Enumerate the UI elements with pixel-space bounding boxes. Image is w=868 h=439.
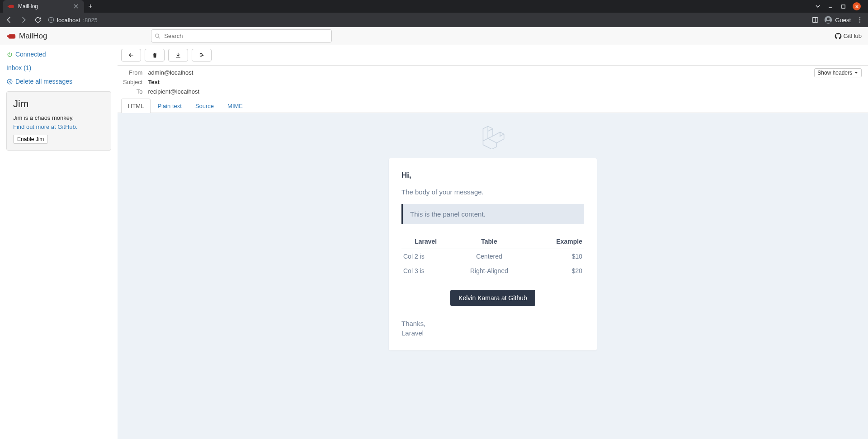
svg-rect-0 — [841, 5, 844, 8]
url-host: localhost — [57, 17, 80, 24]
search-icon — [155, 33, 160, 39]
inbox-link[interactable]: Inbox (1) — [6, 64, 31, 71]
brand-text: MailHog — [19, 32, 47, 41]
hog-icon — [6, 33, 16, 40]
tab-title: MailHog — [18, 3, 69, 9]
minimize-icon[interactable] — [827, 3, 834, 9]
back-icon[interactable] — [5, 15, 14, 24]
power-icon — [6, 52, 13, 58]
reload-icon[interactable] — [33, 15, 42, 24]
jim-title: Jim — [13, 98, 104, 110]
app-header: MailHog GitHub — [0, 27, 868, 45]
svg-point-8 — [156, 34, 159, 38]
subject-value: Test — [148, 78, 199, 86]
enable-jim-button[interactable]: Enable Jim — [13, 135, 48, 144]
github-label: GitHub — [844, 33, 862, 39]
email-panel: This is the panel content. — [401, 204, 584, 224]
back-button[interactable] — [121, 49, 141, 61]
jim-github-link[interactable]: Find out more at GitHub. — [13, 123, 77, 130]
new-tab-button[interactable]: + — [84, 0, 97, 13]
chevron-down-icon — [854, 71, 859, 75]
svg-point-6 — [859, 19, 860, 20]
github-link[interactable]: GitHub — [835, 33, 862, 40]
window-controls — [815, 2, 865, 10]
download-button[interactable] — [168, 49, 188, 61]
to-value: recipient@localhost — [148, 87, 199, 96]
delete-button[interactable] — [145, 49, 165, 61]
tab-source[interactable]: Source — [189, 99, 221, 113]
hog-favicon-icon — [7, 3, 14, 10]
email-viewport[interactable]: Hi, The body of your message. This is th… — [118, 113, 868, 439]
forward-icon — [19, 15, 28, 24]
message-tabs: HTML Plain text Source MIME — [118, 99, 868, 113]
tab-mime[interactable]: MIME — [221, 99, 250, 113]
window-close-icon[interactable] — [853, 2, 861, 10]
th-0: Laravel — [401, 234, 450, 249]
release-button[interactable] — [192, 49, 212, 61]
th-2: Example — [528, 234, 584, 249]
tab-close-icon[interactable] — [72, 3, 80, 10]
kebab-menu-icon[interactable] — [856, 16, 863, 24]
panel-toggle-icon[interactable] — [811, 16, 819, 24]
message-toolbar — [118, 45, 868, 66]
message-meta: From admin@localhost Subject Test To rec… — [118, 66, 868, 99]
brand[interactable]: MailHog — [6, 32, 47, 41]
jim-panel: Jim Jim is a chaos monkey. Find out more… — [6, 91, 111, 151]
delete-all-messages[interactable]: Delete all messages — [6, 78, 111, 85]
address-bar: localhost:8025 Guest — [0, 13, 868, 27]
from-value: admin@localhost — [148, 68, 199, 77]
app: MailHog GitHub Connected — [0, 27, 868, 439]
delete-all-label: Delete all messages — [15, 78, 72, 85]
browser-chrome: MailHog + — [0, 0, 868, 27]
guest-label: Guest — [835, 17, 851, 24]
jim-desc: Jim is a chaos monkey. — [13, 114, 104, 121]
tab-bar: MailHog + — [0, 0, 868, 13]
svg-point-5 — [859, 17, 860, 18]
sidebar: Connected Inbox (1) Delete all messages … — [0, 45, 118, 439]
url-port: :8025 — [83, 17, 98, 24]
chevron-down-icon[interactable] — [815, 3, 821, 9]
url-box[interactable]: localhost:8025 — [48, 17, 98, 24]
laravel-logo-icon — [215, 124, 771, 149]
th-1: Table — [450, 234, 528, 249]
guest-profile[interactable]: Guest — [824, 16, 851, 24]
email-cta-button[interactable]: Kelvin Kamara at Github — [450, 290, 535, 306]
subject-label: Subject — [123, 78, 147, 86]
email-table: Laravel Table Example Col 2 is Centered … — [401, 234, 584, 278]
circle-x-icon — [6, 79, 13, 85]
info-icon — [48, 17, 54, 23]
browser-tab[interactable]: MailHog — [3, 0, 84, 13]
connected-label[interactable]: Connected — [15, 51, 46, 58]
table-row: Col 3 is Right-Aligned $20 — [401, 264, 584, 278]
to-label: To — [123, 87, 147, 96]
email-body: The body of your message. — [401, 188, 584, 196]
svg-rect-2 — [812, 18, 818, 23]
tab-plain[interactable]: Plain text — [151, 99, 188, 113]
svg-point-4 — [827, 18, 830, 20]
show-headers-label: Show headers — [817, 70, 852, 76]
share-icon — [198, 52, 205, 58]
github-icon — [835, 33, 842, 40]
from-label: From — [123, 68, 147, 77]
email-card: Hi, The body of your message. This is th… — [389, 158, 597, 350]
svg-point-7 — [859, 21, 860, 22]
maximize-icon[interactable] — [840, 3, 846, 9]
tab-html[interactable]: HTML — [121, 99, 151, 113]
email-greeting: Hi, — [401, 171, 584, 180]
email-signoff: Thanks, Laravel — [401, 319, 584, 338]
search-box — [151, 29, 332, 42]
arrow-left-icon — [127, 52, 135, 58]
content: From admin@localhost Subject Test To rec… — [118, 45, 868, 439]
connection-status: Connected — [6, 51, 111, 58]
table-row: Col 2 is Centered $10 — [401, 249, 584, 264]
show-headers-button[interactable]: Show headers — [814, 68, 862, 77]
download-icon — [175, 52, 181, 58]
search-input[interactable] — [151, 29, 332, 42]
trash-icon — [152, 52, 158, 58]
